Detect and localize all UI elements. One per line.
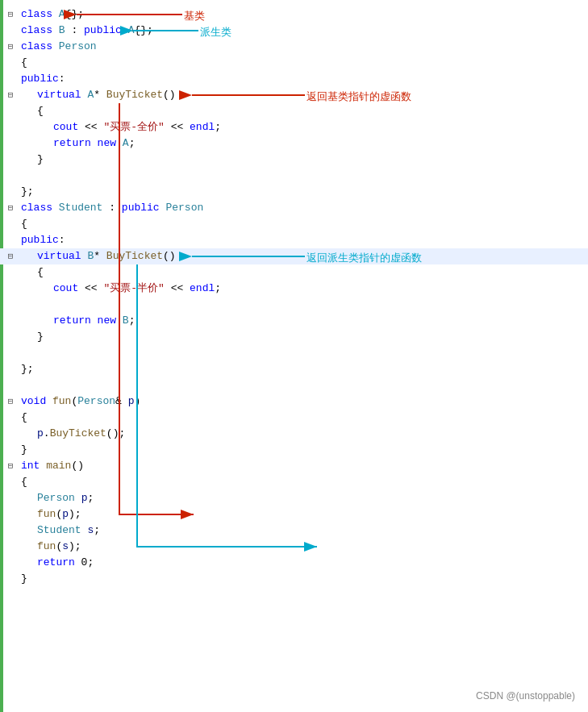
- token-kw: int: [21, 460, 46, 472]
- token-kw: public: [21, 73, 59, 85]
- code-line: [0, 377, 588, 393]
- token-type: Person: [165, 202, 203, 214]
- token-punct: ;: [147, 24, 153, 36]
- code-line: {: [0, 103, 588, 119]
- gutter-icon[interactable]: [3, 329, 18, 345]
- code-line: cout << "买票-全价" << endl;: [0, 119, 588, 135]
- token-kw: class: [21, 24, 59, 36]
- token-kw: public: [21, 234, 59, 246]
- gutter-icon[interactable]: [3, 539, 18, 555]
- gutter-icon[interactable]: [3, 377, 18, 393]
- gutter-icon[interactable]: [3, 523, 18, 539]
- token-punct: ;: [129, 137, 136, 149]
- gutter-icon[interactable]: [3, 345, 18, 361]
- gutter-icon[interactable]: [3, 506, 18, 523]
- token-punct: [75, 492, 81, 504]
- token-punct: ;: [215, 282, 221, 294]
- token-punct: ;: [77, 8, 84, 20]
- gutter-icon[interactable]: [3, 55, 18, 71]
- token-type: Student: [59, 202, 103, 214]
- code-line: [0, 297, 588, 313]
- code-line: }: [0, 152, 588, 168]
- code-line: {: [0, 474, 588, 490]
- token-kw: public: [84, 24, 128, 36]
- gutter-icon[interactable]: [3, 571, 18, 587]
- gutter-icon[interactable]: ⊟: [3, 39, 18, 55]
- token-punct: );: [69, 508, 81, 520]
- gutter-icon[interactable]: [3, 426, 18, 442]
- gutter-icon[interactable]: ⊟: [3, 6, 18, 23]
- token-kw: return: [53, 137, 98, 149]
- token-kw: virtual: [37, 250, 87, 262]
- line-code: class Student : public Person: [18, 200, 588, 216]
- gutter-icon[interactable]: [3, 152, 18, 168]
- gutter-icon[interactable]: [3, 232, 18, 248]
- line-code: public:: [18, 71, 588, 87]
- gutter-icon[interactable]: [3, 490, 18, 506]
- token-punct: :: [102, 202, 121, 214]
- gutter-icon[interactable]: [3, 474, 18, 490]
- token-punct: ();: [106, 427, 125, 439]
- gutter-icon[interactable]: [3, 442, 18, 458]
- gutter-icon[interactable]: [3, 281, 18, 297]
- gutter-icon[interactable]: ⊟: [3, 393, 18, 410]
- line-code: {: [18, 103, 588, 119]
- line-code: return 0;: [18, 555, 588, 571]
- token-func: fun: [52, 395, 71, 407]
- code-line: public:: [0, 71, 588, 87]
- code-line: {: [0, 55, 588, 71]
- token-type: Student: [37, 524, 81, 536]
- line-code: fun(s);: [18, 539, 588, 555]
- token-punct: :: [59, 234, 65, 246]
- line-code: };: [18, 361, 588, 377]
- gutter-icon[interactable]: [3, 103, 18, 119]
- token-param: s: [62, 540, 69, 552]
- code-line: ⊟void fun(Person& p): [0, 393, 588, 410]
- gutter-icon[interactable]: ⊟: [3, 87, 18, 103]
- token-str: "买票-全价": [103, 121, 164, 133]
- gutter-icon[interactable]: [3, 23, 18, 39]
- code-line: {: [0, 216, 588, 232]
- line-code: virtual B* BuyTicket(): [18, 248, 588, 264]
- code-line: Student s;: [0, 523, 588, 539]
- token-kw: cout: [53, 121, 78, 133]
- gutter-icon[interactable]: ⊟: [3, 458, 18, 474]
- token-punct: ;: [129, 314, 136, 327]
- gutter-icon[interactable]: [3, 555, 18, 571]
- line-code: return new A;: [18, 135, 588, 152]
- line-code: void fun(Person& p): [18, 393, 588, 410]
- line-code: class B : public A{};: [18, 23, 588, 39]
- gutter-icon[interactable]: [3, 135, 18, 152]
- token-punct: (): [71, 460, 84, 472]
- token-punct: {: [21, 476, 27, 488]
- token-str: "买票-半价": [103, 282, 164, 294]
- code-line: fun(s);: [0, 539, 588, 555]
- token-punct: {: [21, 411, 27, 423]
- token-punct: :: [65, 24, 84, 36]
- gutter-icon[interactable]: [3, 168, 18, 184]
- token-punct: *: [94, 89, 106, 101]
- gutter-icon[interactable]: ⊟: [3, 200, 18, 216]
- line-code: cout << "买票-半价" << endl;: [18, 281, 588, 297]
- gutter-icon[interactable]: [3, 297, 18, 313]
- line-code: {: [18, 410, 588, 426]
- gutter-icon[interactable]: [3, 361, 18, 377]
- token-punct: {: [37, 266, 44, 278]
- line-code: class Person: [18, 39, 588, 55]
- gutter-icon[interactable]: ⊟: [3, 248, 18, 264]
- gutter-icon[interactable]: [3, 264, 18, 281]
- token-type: Person: [37, 492, 75, 504]
- gutter-icon[interactable]: [3, 313, 18, 329]
- gutter-icon[interactable]: [3, 71, 18, 87]
- token-kw: endl: [190, 282, 215, 294]
- gutter-icon[interactable]: [3, 216, 18, 232]
- token-kw: virtual: [37, 89, 87, 101]
- code-line: return 0;: [0, 555, 588, 571]
- token-punct: }: [37, 331, 44, 343]
- token-kw: class: [21, 40, 59, 52]
- gutter-icon[interactable]: [3, 119, 18, 135]
- gutter-icon[interactable]: [3, 184, 18, 200]
- code-line: }: [0, 571, 588, 587]
- code-line: class B : public A{};: [0, 23, 588, 39]
- gutter-icon[interactable]: [3, 410, 18, 426]
